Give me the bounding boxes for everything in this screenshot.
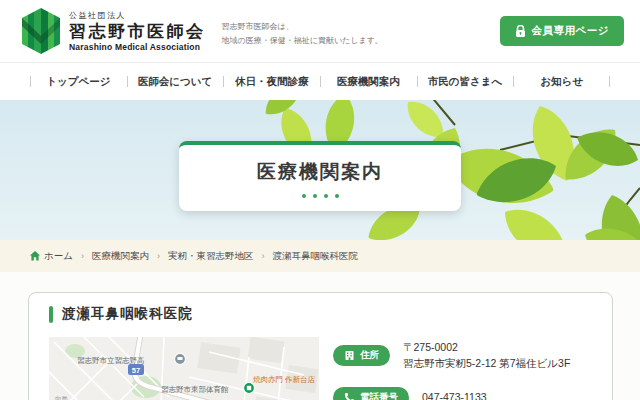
- building-icon: [344, 350, 355, 361]
- member-page-button[interactable]: 会員専用ページ: [500, 16, 625, 46]
- carousel-dot[interactable]: [313, 194, 317, 198]
- site-header: 公益社団法人 習志野市医師会 Narashino Medical Associa…: [0, 0, 640, 62]
- hero-title: 医療機関案内: [179, 159, 461, 185]
- breadcrumb-current-page: 渡瀬耳鼻咽喉科医院: [272, 250, 358, 263]
- nav-item-top-page[interactable]: トップページ: [30, 63, 127, 100]
- medical-association-logo-icon: [22, 8, 60, 54]
- site-logo[interactable]: 公益社団法人 習志野市医師会 Narashino Medical Associa…: [22, 8, 206, 54]
- title-accent-bar: [49, 306, 53, 323]
- main-content: 渡瀬耳鼻咽喉科医院: [0, 292, 640, 400]
- carousel-dot[interactable]: [324, 194, 328, 198]
- phone-row: 電話番号 047-473-1133: [333, 387, 570, 400]
- org-name: 習志野市医師会: [69, 21, 206, 42]
- route-57-shield-icon: 57: [128, 364, 144, 375]
- address-badge: 住所: [333, 345, 390, 366]
- clinic-title-row: 渡瀬耳鼻咽喉科医院: [49, 305, 592, 323]
- breadcrumb: ホーム › 医療機関案内 › 実籾・東習志野地区 › 渡瀬耳鼻咽喉科医院: [0, 240, 640, 272]
- tagline-line2: 地域の医療・保健・福祉に貢献いたします。: [222, 34, 383, 48]
- carousel-dot[interactable]: [302, 194, 306, 198]
- school-poi-icon: [175, 354, 186, 365]
- carousel-dots: [179, 194, 461, 198]
- main-nav: トップページ 医師会について 休日・夜間診療 医療機関案内 市民の皆さまへ お知…: [0, 62, 640, 100]
- hero-banner: 医療機関案内: [0, 100, 640, 240]
- breadcrumb-district[interactable]: 実籾・東習志野地区: [168, 250, 254, 263]
- postal-code: 〒275-0002: [403, 339, 570, 355]
- breadcrumb-separator: ›: [81, 251, 84, 261]
- address-text: 〒275-0002 習志野市実籾5-2-12 第7福住ビル3F: [403, 339, 570, 372]
- header-tagline: 習志野市医師会は、 地域の医療・保健・福祉に貢献いたします。: [222, 20, 383, 47]
- nav-item-about[interactable]: 医師会について: [127, 63, 224, 100]
- breadcrumb-medical-institutions[interactable]: 医療機関案内: [92, 250, 149, 263]
- org-type: 公益社団法人: [69, 10, 206, 21]
- home-icon: [30, 251, 40, 261]
- page: 公益社団法人 習志野市医師会 Narashino Medical Associa…: [0, 0, 640, 400]
- phone-badge: 電話番号: [333, 387, 409, 400]
- address-row: 住所 〒275-0002 習志野市実籾5-2-12 第7福住ビル3F: [333, 339, 570, 372]
- lock-icon: [515, 25, 526, 38]
- nav-item-news[interactable]: お知らせ: [513, 63, 610, 100]
- phone-number: 047-473-1133: [422, 389, 487, 400]
- address-badge-label: 住所: [360, 349, 379, 362]
- logo-text: 公益社団法人 習志野市医師会 Narashino Medical Associa…: [69, 10, 206, 52]
- clinic-info: 住所 〒275-0002 習志野市実籾5-2-12 第7福住ビル3F 電話: [333, 337, 570, 400]
- member-button-label: 会員専用ページ: [532, 24, 610, 38]
- phone-icon: [344, 392, 355, 400]
- clinic-name: 渡瀬耳鼻咽喉科医院: [62, 305, 193, 323]
- map-area-label: 向島: [55, 395, 68, 400]
- carousel-dot[interactable]: [335, 194, 339, 198]
- gym-poi-icon: [244, 383, 255, 394]
- nav-item-holiday-night-care[interactable]: 休日・夜間診療: [223, 63, 320, 100]
- map-restaurant-label: 焼肉赤門 作新台店: [253, 375, 316, 384]
- nav-item-medical-institutions[interactable]: 医療機関案内: [320, 63, 417, 100]
- phone-badge-label: 電話番号: [360, 391, 398, 400]
- route-number: 57: [132, 366, 140, 375]
- breadcrumb-separator: ›: [157, 251, 160, 261]
- hero-card: 医療機関案内: [179, 141, 461, 211]
- org-name-english: Narashino Medical Association: [69, 42, 206, 52]
- breadcrumb-home[interactable]: ホーム: [30, 250, 73, 263]
- tagline-line1: 習志野市医師会は、: [222, 20, 383, 34]
- map-gym-label: 習志野市東部体育館: [161, 385, 229, 394]
- breadcrumb-separator: ›: [261, 251, 264, 261]
- nav-item-for-citizens[interactable]: 市民の皆さまへ: [417, 63, 514, 100]
- map-school-label: 習志野市立習志野高: [77, 356, 145, 365]
- clinic-card: 渡瀬耳鼻咽喉科医院: [28, 292, 613, 400]
- address-line: 習志野市実籾5-2-12 第7福住ビル3F: [403, 355, 570, 371]
- breadcrumb-home-label: ホーム: [44, 250, 73, 263]
- map[interactable]: 習志野市立習志野高 57 習志野市東部体育館: [49, 337, 319, 400]
- map-canvas: 習志野市立習志野高 57 習志野市東部体育館: [49, 337, 319, 400]
